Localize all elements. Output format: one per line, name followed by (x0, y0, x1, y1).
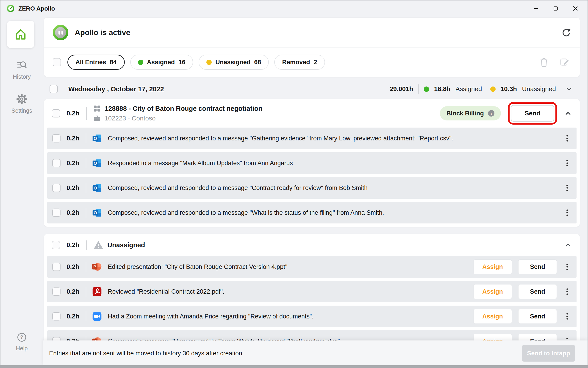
entry-checkbox[interactable] (52, 184, 61, 192)
svg-text:O: O (94, 136, 97, 141)
entry-description: Had a Zoom meeting with Amanda Price reg… (108, 313, 314, 320)
history-icon (17, 60, 27, 71)
send-button[interactable]: Send (518, 284, 557, 299)
sidebar-item-history[interactable]: History (0, 60, 43, 80)
info-icon[interactable]: i (488, 110, 494, 117)
send-button[interactable]: Send (518, 309, 557, 324)
day-assigned-hours: 18.8h (434, 85, 451, 93)
entry-menu-button[interactable] (565, 133, 570, 143)
matter-icon (94, 105, 100, 112)
gear-icon (16, 94, 27, 105)
entry-row: 0.2h Reviewed "Residential Contract 2022… (47, 281, 577, 302)
entry-checkbox[interactable] (52, 312, 61, 321)
chevron-up-icon[interactable] (564, 110, 572, 117)
entry-checkbox[interactable] (52, 263, 61, 271)
powerpoint-icon: P (92, 262, 102, 272)
entry-description: Composed, reviewed and responded to a me… (108, 135, 453, 142)
divider (86, 240, 87, 250)
chevron-up-icon[interactable] (564, 241, 572, 249)
window-bottom-edge (0, 365, 588, 368)
chevron-down-icon[interactable] (565, 85, 573, 93)
sidebar-item-settings[interactable]: Settings (0, 94, 43, 114)
entry-menu-button[interactable] (565, 183, 570, 193)
outlook-icon: O (92, 183, 102, 193)
entry-row: 0.2h O Composed, reviewed and responded … (47, 128, 577, 149)
refresh-icon[interactable] (561, 28, 571, 37)
select-all-checkbox[interactable] (53, 58, 61, 66)
filter-chip-unassigned[interactable]: Unassigned 68 (199, 55, 269, 70)
sidebar-item-home[interactable] (7, 21, 34, 48)
matter-group-header: 0.2h 128888 - City of Baton Rouge contra… (44, 99, 580, 128)
entry-hours: 0.2h (66, 263, 81, 270)
svg-text:O: O (94, 186, 97, 190)
send-button[interactable]: Send (518, 259, 557, 274)
filter-bar: All Entries 84 Assigned 16 Unassigned 68… (44, 48, 580, 76)
entry-description: Composed, reviewed and responded to a me… (108, 209, 384, 216)
outlook-icon: O (92, 158, 102, 168)
entry-menu-button[interactable] (565, 262, 570, 272)
trash-icon[interactable] (540, 58, 548, 67)
entry-description: Responded to a message "Mark Album Updat… (108, 160, 293, 167)
zoom-icon (92, 312, 102, 321)
filter-tools (540, 58, 571, 67)
filter-chip-all-entries[interactable]: All Entries 84 (67, 55, 125, 70)
entry-hours: 0.2h (66, 209, 81, 216)
entry-checkbox[interactable] (52, 209, 61, 217)
chip-label: All Entries (75, 59, 106, 66)
status-text: Apollo is active (75, 28, 130, 37)
group-checkbox[interactable] (52, 109, 60, 118)
sidebar-item-help[interactable]: ? Help (0, 332, 43, 352)
entry-menu-button[interactable] (565, 311, 570, 322)
day-stats: 29.001h 18.8h Assigned 10.3h Unassigned (390, 84, 573, 94)
close-button[interactable] (566, 1, 585, 16)
app-window: ZERO Apollo (0, 0, 588, 368)
svg-text:P: P (93, 265, 96, 269)
divider (86, 183, 86, 193)
bulk-edit-icon[interactable] (560, 58, 569, 67)
pause-icon (55, 27, 66, 38)
window-controls (526, 1, 585, 16)
retention-note: Entries that are not sent will be moved … (49, 350, 244, 357)
unassigned-group-card: 0.2h Unassigned 0.2h (44, 234, 580, 355)
home-icon (14, 28, 27, 41)
entry-row: 0.2h O Responded to a message "Mark Albu… (47, 152, 577, 174)
divider (418, 84, 419, 94)
divider (86, 107, 87, 120)
maximize-button[interactable] (546, 1, 566, 16)
entry-hours: 0.2h (66, 159, 81, 167)
group-hours: 0.2h (66, 110, 79, 117)
entry-menu-button[interactable] (565, 158, 570, 168)
pause-button[interactable] (53, 25, 68, 40)
entry-menu-button[interactable] (565, 208, 570, 218)
day-checkbox[interactable] (50, 85, 58, 93)
assign-button[interactable]: Assign (473, 309, 512, 324)
divider (86, 208, 86, 218)
filter-chip-removed[interactable]: Removed 2 (274, 55, 325, 70)
day-assigned-label: Assigned (455, 85, 482, 93)
assign-button[interactable]: Assign (473, 284, 512, 299)
entry-row: 0.2h O Composed, reviewed and responded … (47, 177, 577, 199)
entry-checkbox[interactable] (52, 287, 61, 296)
svg-text:O: O (94, 210, 97, 215)
send-to-intapp-button[interactable]: Send to Intapp (522, 345, 575, 362)
day-total-hours: 29.001h (390, 85, 413, 93)
filter-chip-assigned[interactable]: Assigned 16 (130, 55, 193, 70)
entry-hours: 0.2h (66, 135, 81, 142)
entry-checkbox[interactable] (52, 159, 61, 167)
matter-group-card: 0.2h 128888 - City of Baton Rouge contra… (44, 99, 580, 227)
minimize-button[interactable] (526, 1, 546, 16)
group-checkbox[interactable] (52, 241, 60, 249)
assign-button[interactable]: Assign (473, 259, 512, 274)
entry-hours: 0.2h (66, 184, 81, 192)
assigned-dot-icon (424, 86, 429, 92)
day-header: Wednesday , October 17, 2022 29.001h 18.… (44, 79, 580, 99)
entry-description: Composed, reviewed and responded to a me… (108, 184, 368, 192)
entry-checkbox[interactable] (52, 134, 61, 142)
sidebar-item-label: Settings (11, 107, 32, 114)
matter-name: 128888 - City of Baton Rouge contract ne… (105, 105, 262, 112)
entry-hours: 0.2h (66, 313, 81, 320)
group-send-button[interactable]: Send (511, 105, 554, 122)
chip-count: 16 (178, 59, 185, 66)
entry-menu-button[interactable] (565, 286, 570, 297)
unassigned-group-header: 0.2h Unassigned (44, 234, 580, 256)
